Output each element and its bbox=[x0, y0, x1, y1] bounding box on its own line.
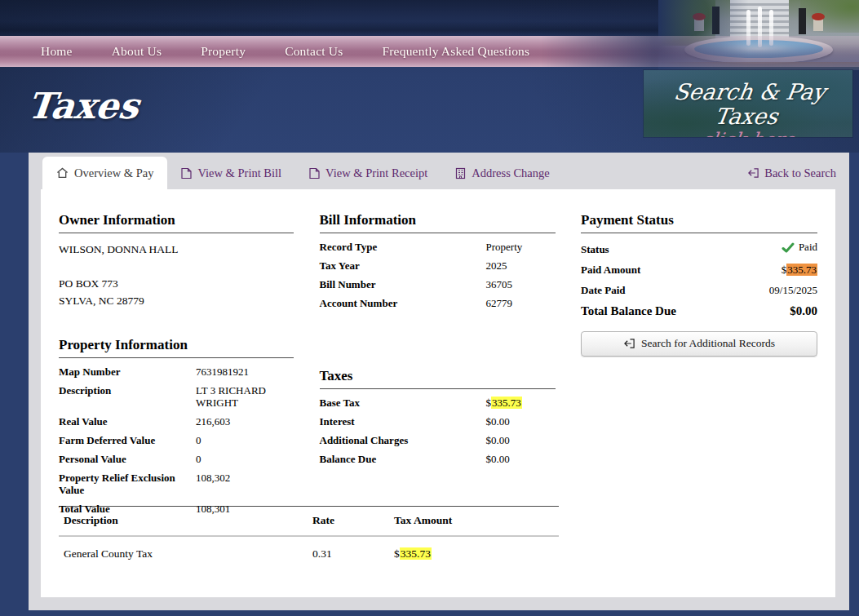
cell-rate: 0.31 bbox=[312, 547, 394, 561]
field-value: 09/15/2025 bbox=[769, 284, 817, 297]
search-additional-records-button[interactable]: Search for Additional Records bbox=[581, 331, 817, 357]
tab-label: View & Print Receipt bbox=[325, 166, 427, 180]
field-label: Balance Due bbox=[320, 453, 486, 465]
field-label: Base Tax bbox=[320, 397, 486, 409]
table-row: General County Tax 0.31 $335.73 bbox=[59, 537, 559, 569]
field-value: 7631981921 bbox=[196, 366, 294, 378]
banner-click-here-link[interactable]: click here bbox=[644, 129, 852, 137]
tab-label: View & Print Bill bbox=[197, 166, 281, 180]
owner-information-heading: Owner Information bbox=[59, 206, 294, 233]
field-label: Bill Number bbox=[320, 278, 486, 290]
col-header-tax-amount: Tax Amount bbox=[394, 514, 559, 527]
date-paid-row: Date Paid 09/15/2025 bbox=[581, 284, 817, 297]
field-label: Map Number bbox=[59, 366, 196, 378]
field-value: 0 bbox=[196, 434, 294, 446]
tax-row: Interest$0.00 bbox=[320, 415, 556, 428]
field-label: Total Balance Due bbox=[581, 304, 676, 318]
field-label: Date Paid bbox=[581, 284, 626, 297]
building-icon bbox=[455, 167, 466, 179]
back-arrow-icon bbox=[623, 338, 635, 349]
field-value: $0.00 bbox=[790, 304, 817, 318]
field-value: $0.00 bbox=[486, 434, 556, 446]
tab-label: Address Change bbox=[472, 166, 549, 180]
cell-tax-amount: $335.73 bbox=[394, 547, 559, 561]
nav-home[interactable]: Home bbox=[41, 44, 73, 59]
taxes-heading: Taxes bbox=[320, 361, 556, 389]
search-pay-taxes-banner[interactable]: Search & Pay Taxes click here bbox=[644, 70, 852, 137]
tax-row: Balance Due$0.00 bbox=[320, 453, 556, 465]
field-value: 108,301 bbox=[196, 503, 294, 515]
owner-address-line2: SYLVA, NC 28779 bbox=[59, 292, 294, 309]
property-row: Total Value108,301 bbox=[59, 503, 294, 515]
tab-overview-pay[interactable]: Overview & Pay bbox=[42, 157, 167, 189]
field-label: Additional Charges bbox=[320, 434, 486, 446]
field-value: 62779 bbox=[486, 297, 556, 309]
field-value: 2025 bbox=[486, 259, 556, 272]
total-balance-due-row: Total Balance Due $0.00 bbox=[581, 304, 817, 318]
status-row: Status Paid bbox=[581, 241, 817, 256]
field-value: $335.73 bbox=[486, 397, 556, 409]
back-to-search-label: Back to Search bbox=[764, 166, 836, 180]
nav-faq[interactable]: Frequently Asked Questions bbox=[382, 44, 529, 59]
field-value: 216,603 bbox=[196, 415, 294, 428]
field-value: $0.00 bbox=[486, 453, 556, 465]
status-badge: Paid bbox=[782, 241, 817, 254]
highlighted-amount: 335.73 bbox=[786, 264, 817, 276]
property-row: Farm Deferred Value0 bbox=[59, 434, 294, 446]
field-label: Tax Year bbox=[320, 259, 486, 272]
check-icon bbox=[782, 242, 795, 253]
field-value: 36705 bbox=[486, 278, 556, 290]
tab-address-change[interactable]: Address Change bbox=[441, 157, 563, 189]
field-label: Personal Value bbox=[59, 453, 196, 465]
field-value: 0 bbox=[196, 453, 294, 465]
field-label: Paid Amount bbox=[581, 264, 640, 277]
payment-status-heading: Payment Status bbox=[581, 206, 817, 233]
bill-row: Tax Year2025 bbox=[320, 259, 556, 272]
field-label: Total Value bbox=[59, 503, 196, 515]
content-frame: Overview & Pay View & Print Bill View & … bbox=[29, 153, 849, 610]
col-header-description: Description bbox=[59, 514, 312, 527]
document-icon bbox=[181, 167, 192, 179]
property-row: DescriptionLT 3 RICHARD WRIGHT bbox=[59, 384, 294, 409]
back-arrow-icon bbox=[747, 167, 759, 179]
nav-contact-us[interactable]: Contact Us bbox=[285, 44, 343, 59]
highlighted-amount: 335.73 bbox=[491, 397, 522, 409]
back-to-search-link[interactable]: Back to Search bbox=[747, 157, 836, 189]
field-label: Farm Deferred Value bbox=[59, 434, 196, 446]
col-header-rate: Rate bbox=[312, 514, 394, 527]
header-banner: Home About Us Property Contact Us Freque… bbox=[0, 0, 859, 153]
tab-bar: Overview & Pay View & Print Bill View & … bbox=[29, 153, 849, 189]
property-information-heading: Property Information bbox=[59, 330, 294, 358]
tax-levy-table: Description Rate Tax Amount General Coun… bbox=[59, 506, 559, 569]
property-row: Real Value216,603 bbox=[59, 415, 294, 428]
field-value: $0.00 bbox=[486, 415, 556, 428]
tab-view-print-receipt[interactable]: View & Print Receipt bbox=[295, 157, 441, 189]
owner-address-line1: PO BOX 773 bbox=[59, 275, 294, 292]
main-nav: Home About Us Property Contact Us Freque… bbox=[0, 36, 859, 67]
content-panel: Owner Information WILSON, DONNA HALL PO … bbox=[41, 189, 835, 597]
highlighted-amount: 335.73 bbox=[400, 547, 432, 560]
bill-row: Account Number62779 bbox=[320, 297, 556, 309]
property-row: Property Relief Exclusion Value108,302 bbox=[59, 472, 294, 496]
bill-row: Bill Number36705 bbox=[320, 278, 556, 290]
tab-view-print-bill[interactable]: View & Print Bill bbox=[167, 157, 295, 189]
bill-information-heading: Bill Information bbox=[320, 206, 556, 233]
paid-amount-value: $335.73 bbox=[782, 264, 817, 277]
field-value: 108,302 bbox=[196, 472, 294, 496]
tax-row: Additional Charges$0.00 bbox=[320, 434, 556, 446]
page-title: Taxes bbox=[25, 85, 140, 126]
home-icon bbox=[56, 167, 69, 179]
field-label: Description bbox=[59, 384, 196, 409]
property-row: Map Number7631981921 bbox=[59, 366, 294, 378]
bill-row: Record TypeProperty bbox=[320, 241, 556, 253]
paid-amount-row: Paid Amount $335.73 bbox=[581, 264, 817, 277]
field-label: Record Type bbox=[320, 241, 486, 253]
property-row: Personal Value0 bbox=[59, 453, 294, 465]
field-label: Property Relief Exclusion Value bbox=[59, 472, 196, 496]
field-label: Status bbox=[581, 243, 609, 256]
field-label: Interest bbox=[320, 415, 486, 428]
field-value: Property bbox=[486, 241, 556, 253]
nav-property[interactable]: Property bbox=[201, 44, 246, 59]
nav-about-us[interactable]: About Us bbox=[112, 44, 162, 59]
document-icon bbox=[309, 167, 320, 179]
